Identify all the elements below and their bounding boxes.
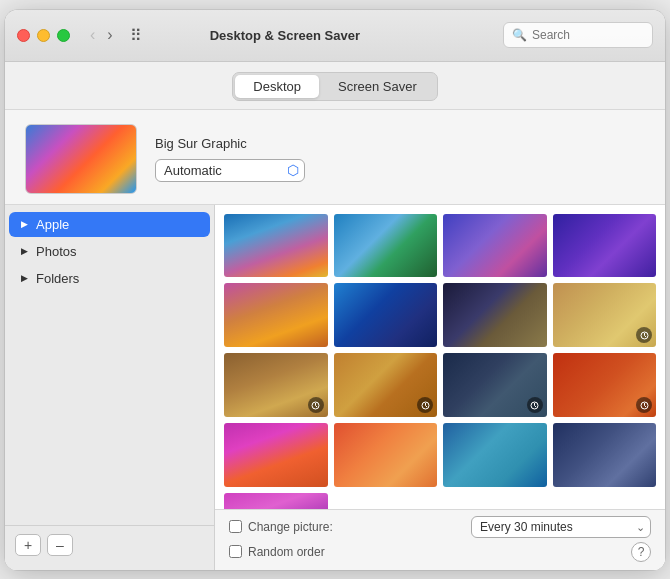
random-order-row: Random order ? xyxy=(229,542,651,562)
titlebar: ‹ › ⠿ Desktop & Screen Saver 🔍 xyxy=(5,10,665,62)
wallpaper-item[interactable] xyxy=(552,213,658,279)
search-bar[interactable]: 🔍 xyxy=(503,22,653,48)
wallpaper-item[interactable] xyxy=(223,422,329,488)
add-folder-button[interactable]: + xyxy=(15,534,41,556)
dynamic-wallpaper-icon xyxy=(527,397,543,413)
wallpaper-item[interactable] xyxy=(223,352,329,418)
wallpaper-item[interactable] xyxy=(333,213,439,279)
search-icon: 🔍 xyxy=(512,28,527,42)
interval-select-wrapper: Every 5 seconds Every 1 minute Every 5 m… xyxy=(471,516,651,538)
wallpaper-area: Change picture: Every 5 seconds Every 1 … xyxy=(215,205,665,570)
help-button[interactable]: ? xyxy=(631,542,651,562)
sidebar-item-apple[interactable]: ▶ Apple xyxy=(9,212,210,237)
preview-thumbnail xyxy=(25,124,137,194)
wallpaper-name: Big Sur Graphic xyxy=(155,136,305,151)
automatic-select-wrapper: Automatic Light (Static) Dark (Static) ⬡ xyxy=(155,159,305,182)
wallpaper-grid xyxy=(223,213,657,509)
wallpaper-item[interactable] xyxy=(552,282,658,348)
sidebar-item-label: Apple xyxy=(36,217,69,232)
sidebar-item-folders[interactable]: ▶ Folders xyxy=(9,266,210,291)
change-picture-checkbox-label[interactable]: Change picture: xyxy=(229,520,333,534)
random-order-label: Random order xyxy=(248,545,325,559)
change-picture-checkbox[interactable] xyxy=(229,520,242,533)
sidebar-item-label: Folders xyxy=(36,271,79,286)
random-order-checkbox[interactable] xyxy=(229,545,242,558)
wallpaper-item[interactable] xyxy=(223,213,329,279)
wallpaper-item[interactable] xyxy=(442,282,548,348)
change-picture-row: Change picture: Every 5 seconds Every 1 … xyxy=(229,516,651,538)
sidebar-item-label: Photos xyxy=(36,244,76,259)
wallpaper-item[interactable] xyxy=(442,352,548,418)
dynamic-wallpaper-icon xyxy=(308,397,324,413)
appearance-select[interactable]: Automatic Light (Static) Dark (Static) xyxy=(155,159,305,182)
wallpaper-item[interactable] xyxy=(333,422,439,488)
close-button[interactable] xyxy=(17,29,30,42)
sidebar: ▶ Apple ▶ Photos ▶ Folders + – xyxy=(5,205,215,570)
remove-folder-button[interactable]: – xyxy=(47,534,73,556)
minimize-button[interactable] xyxy=(37,29,50,42)
sidebar-item-photos[interactable]: ▶ Photos xyxy=(9,239,210,264)
wallpaper-item[interactable] xyxy=(442,213,548,279)
main-body: ▶ Apple ▶ Photos ▶ Folders + – xyxy=(5,204,665,570)
traffic-lights xyxy=(17,29,70,42)
window-title: Desktop & Screen Saver xyxy=(67,28,503,43)
tab-screensaver[interactable]: Screen Saver xyxy=(320,75,435,98)
tab-desktop[interactable]: Desktop xyxy=(235,75,319,98)
desktop-screensaver-window: ‹ › ⠿ Desktop & Screen Saver 🔍 Desktop S… xyxy=(5,10,665,570)
wallpaper-item[interactable] xyxy=(333,352,439,418)
interval-select[interactable]: Every 5 seconds Every 1 minute Every 5 m… xyxy=(471,516,651,538)
wallpaper-item[interactable] xyxy=(223,282,329,348)
wallpaper-grid-scroll[interactable] xyxy=(215,205,665,509)
preview-info: Big Sur Graphic Automatic Light (Static)… xyxy=(155,136,305,182)
sidebar-bottom-controls: + – xyxy=(5,525,214,564)
toolbar: Desktop Screen Saver xyxy=(5,62,665,110)
random-order-checkbox-label[interactable]: Random order xyxy=(229,545,325,559)
wallpaper-item[interactable] xyxy=(333,282,439,348)
wallpaper-item[interactable] xyxy=(442,422,548,488)
bottom-controls: Change picture: Every 5 seconds Every 1 … xyxy=(215,509,665,570)
wallpaper-item[interactable] xyxy=(223,492,329,508)
wallpaper-item[interactable] xyxy=(552,352,658,418)
tab-group: Desktop Screen Saver xyxy=(232,72,437,101)
content-area: Big Sur Graphic Automatic Light (Static)… xyxy=(5,110,665,570)
search-input[interactable] xyxy=(532,28,644,42)
chevron-right-icon: ▶ xyxy=(21,273,28,283)
wallpaper-item[interactable] xyxy=(552,422,658,488)
preview-header: Big Sur Graphic Automatic Light (Static)… xyxy=(5,110,665,204)
chevron-right-icon: ▶ xyxy=(21,219,28,229)
chevron-right-icon: ▶ xyxy=(21,246,28,256)
change-picture-label: Change picture: xyxy=(248,520,333,534)
